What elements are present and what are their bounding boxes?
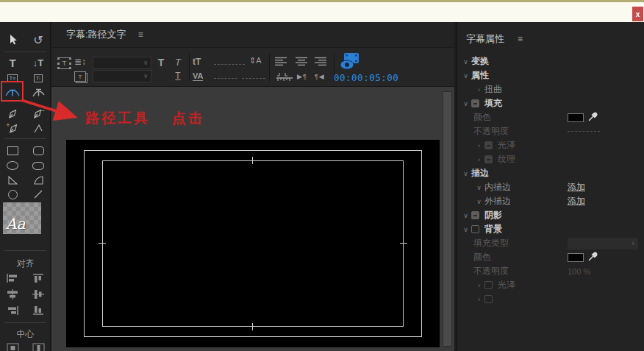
align-right-icon[interactable]: [3, 303, 22, 318]
sheen-checkbox[interactable]: [484, 141, 493, 149]
font-size-value[interactable]: [214, 64, 245, 65]
round-rectangle-tool-icon[interactable]: [29, 158, 48, 173]
chevron-down-icon[interactable]: ∨: [460, 212, 471, 219]
clipped-corner-rectangle-tool-icon[interactable]: [3, 158, 22, 173]
properties-label[interactable]: 属性: [471, 69, 489, 82]
chevron-right-icon[interactable]: ›: [473, 86, 484, 93]
transform-label[interactable]: 变换: [471, 55, 489, 68]
align-top-icon[interactable]: [29, 271, 48, 286]
align-text-left-button[interactable]: [274, 57, 287, 66]
bg-color-swatch[interactable]: [568, 253, 584, 262]
timecode-display[interactable]: 00:00:05:00: [334, 72, 398, 83]
align-text-right-button[interactable]: [314, 57, 327, 66]
video-drawing-area[interactable]: [66, 140, 440, 347]
chevron-down-icon[interactable]: ∨: [460, 100, 471, 107]
chevron-right-icon[interactable]: ›: [473, 156, 484, 163]
close-button[interactable]: x: [632, 7, 643, 21]
eyedropper-icon[interactable]: [588, 111, 598, 124]
selection-tool-icon[interactable]: [3, 32, 22, 47]
align-center-horizontal-icon[interactable]: [3, 287, 22, 302]
inner-stroke-add-link[interactable]: 添加: [568, 181, 585, 194]
paragraph-ltr-icon[interactable]: ▶¶: [297, 73, 307, 80]
background-label[interactable]: 背景: [484, 223, 502, 235]
chevron-right-icon[interactable]: ›: [473, 282, 484, 289]
row-bg-color: 颜色: [457, 250, 644, 264]
fill-checkbox[interactable]: [471, 99, 479, 107]
rotation-tool-icon[interactable]: ↺: [29, 32, 48, 47]
convert-anchor-tool-icon[interactable]: [29, 121, 48, 136]
font-preview-swatch[interactable]: Aa: [3, 202, 41, 234]
arc-tool-icon[interactable]: [29, 173, 48, 188]
properties-header: 字幕属性 ≡: [466, 32, 523, 46]
fill-opacity-value[interactable]: [568, 131, 600, 132]
new-title-icon[interactable]: T: [57, 57, 71, 69]
paragraph-rtl-icon[interactable]: ¶◀: [315, 73, 325, 80]
ellipse-tool-icon[interactable]: [3, 187, 22, 202]
outer-stroke-label[interactable]: 外描边: [484, 195, 511, 208]
bg-texture-checkbox[interactable]: [484, 295, 493, 303]
pen-tool-icon[interactable]: [3, 107, 22, 121]
texture-checkbox[interactable]: [484, 155, 493, 163]
align-text-center-button[interactable]: [295, 57, 308, 66]
chevron-right-icon[interactable]: ›: [473, 296, 484, 303]
wedge-tool-icon[interactable]: [3, 173, 22, 188]
fill-label[interactable]: 填充: [484, 97, 502, 110]
titler-panel: 字幕:路径文字 ≡ T ≣↕ T ∨ ∨ T T T tT ⇕A VA ▶¶: [51, 22, 454, 351]
row-inner-stroke: ∨ 内描边 添加: [457, 180, 644, 194]
vertical-path-type-tool-icon[interactable]: [29, 85, 48, 99]
bg-sheen-label: 光泽: [498, 279, 515, 291]
shadow-label[interactable]: 阴影: [484, 209, 502, 221]
line-tool-icon[interactable]: [29, 187, 48, 202]
outer-stroke-add-link[interactable]: 添加: [568, 195, 585, 208]
templates-icon[interactable]: T: [74, 71, 86, 82]
center-horizontal-icon[interactable]: [3, 341, 22, 351]
chevron-down-icon[interactable]: ∨: [460, 72, 471, 79]
bold-button[interactable]: T: [154, 57, 168, 68]
distort-label[interactable]: 扭曲: [484, 83, 502, 96]
scrollbar-thumb[interactable]: [443, 92, 451, 346]
chevron-down-icon[interactable]: ∨: [460, 58, 471, 65]
chevron-down-icon[interactable]: ∨: [473, 184, 484, 191]
align-left-icon[interactable]: [3, 271, 22, 286]
font-style-select[interactable]: ∨: [93, 70, 151, 82]
tab-stops-icon[interactable]: [276, 72, 293, 82]
annotation-label: 路径工具: [85, 109, 150, 128]
stroke-label[interactable]: 描边: [471, 167, 489, 180]
shadow-checkbox[interactable]: [471, 211, 479, 219]
bg-sheen-checkbox[interactable]: [484, 281, 493, 289]
italic-button[interactable]: T: [172, 57, 184, 68]
vertical-area-type-tool-icon[interactable]: T⫶: [29, 71, 48, 85]
chevron-right-icon[interactable]: ›: [473, 142, 484, 149]
rounded-rectangle-tool-icon[interactable]: [29, 143, 48, 158]
underline-button[interactable]: T: [172, 71, 184, 81]
inner-stroke-label[interactable]: 内描边: [484, 181, 511, 194]
row-fill-color: 颜色: [457, 110, 644, 124]
panel-menu-icon[interactable]: ≡: [138, 29, 143, 40]
center-vertical-icon[interactable]: [29, 341, 48, 351]
show-background-video-icon[interactable]: [340, 52, 359, 71]
font-family-select[interactable]: ∨: [93, 57, 151, 69]
titler-canvas[interactable]: 路径工具 点击: [51, 87, 454, 351]
chevron-down-icon[interactable]: ∨: [460, 170, 471, 177]
texture-label: 纹理: [498, 153, 515, 166]
delete-anchor-pen-tool-icon[interactable]: –: [29, 107, 48, 121]
row-stroke: ∨ 描边: [457, 166, 644, 180]
rectangle-tool-icon[interactable]: [3, 143, 22, 158]
add-anchor-pen-tool-icon[interactable]: +: [3, 121, 22, 136]
roll-crawl-options-icon[interactable]: ≣↕: [74, 57, 86, 67]
kerning-value[interactable]: [214, 78, 237, 79]
align-bottom-icon[interactable]: [29, 303, 48, 318]
canvas-scrollbar[interactable]: [443, 91, 452, 347]
eyedropper-icon[interactable]: [588, 251, 598, 263]
background-checkbox[interactable]: [471, 225, 479, 233]
chevron-down-icon[interactable]: ∨: [473, 198, 484, 205]
chevron-down-icon[interactable]: ∨: [460, 226, 471, 233]
vertical-type-tool-icon[interactable]: ↓T: [29, 55, 48, 70]
align-center-vertical-icon[interactable]: [29, 287, 48, 302]
fill-type-select[interactable]: ∨: [568, 238, 638, 249]
type-tool-icon[interactable]: T: [3, 55, 22, 70]
properties-menu-icon[interactable]: ≡: [518, 34, 523, 44]
row-fill-opacity: 不透明度: [457, 124, 644, 138]
tracking-value[interactable]: [242, 78, 265, 79]
fill-color-swatch[interactable]: [568, 113, 584, 122]
